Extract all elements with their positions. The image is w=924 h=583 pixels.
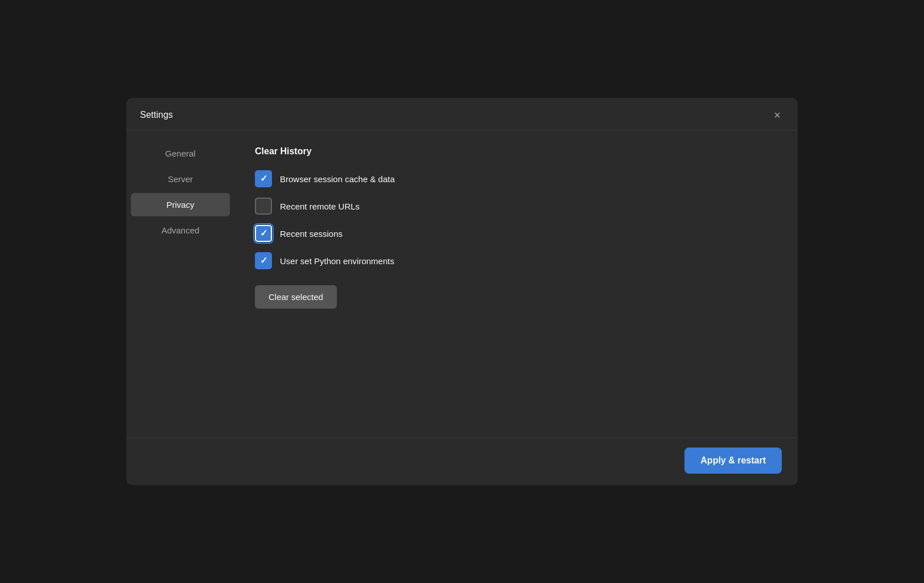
checkbox-browser-cache[interactable]: ✓ bbox=[255, 170, 272, 187]
checkbox-label-browser-cache: Browser session cache & data bbox=[280, 174, 395, 184]
checkmark-icon-python: ✓ bbox=[260, 256, 267, 265]
dialog-title: Settings bbox=[140, 110, 173, 120]
checkbox-row-python-envs: ✓ User set Python environments bbox=[255, 252, 777, 269]
sidebar-item-privacy[interactable]: Privacy bbox=[131, 193, 230, 216]
checkbox-label-python-envs: User set Python environments bbox=[280, 256, 394, 266]
checkmark-icon-sessions: ✓ bbox=[260, 229, 267, 238]
checkbox-recent-sessions[interactable]: ✓ bbox=[255, 225, 272, 242]
checkbox-row-browser-cache: ✓ Browser session cache & data bbox=[255, 170, 777, 187]
checkbox-label-remote-urls: Recent remote URLs bbox=[280, 202, 360, 211]
close-button[interactable]: × bbox=[770, 108, 784, 122]
section-title: Clear History bbox=[255, 146, 777, 157]
checkmark-icon: ✓ bbox=[260, 174, 267, 183]
checkbox-remote-urls[interactable] bbox=[255, 198, 272, 215]
sidebar-item-general[interactable]: General bbox=[131, 142, 230, 165]
footer: Apply & restart bbox=[126, 438, 798, 485]
checkbox-label-recent-sessions: Recent sessions bbox=[280, 229, 343, 239]
checkbox-row-recent-sessions: ✓ Recent sessions bbox=[255, 225, 777, 242]
content-area: General Server Privacy Advanced Clear Hi… bbox=[126, 130, 798, 438]
sidebar: General Server Privacy Advanced bbox=[126, 130, 234, 438]
clear-selected-button[interactable]: Clear selected bbox=[255, 285, 337, 309]
title-bar: Settings × bbox=[126, 98, 798, 130]
checkbox-row-remote-urls: Recent remote URLs bbox=[255, 198, 777, 215]
sidebar-item-server[interactable]: Server bbox=[131, 167, 230, 191]
settings-dialog: Settings × General Server Privacy Advanc… bbox=[126, 98, 798, 485]
sidebar-item-advanced[interactable]: Advanced bbox=[131, 219, 230, 242]
apply-restart-button[interactable]: Apply & restart bbox=[684, 447, 782, 474]
main-panel: Clear History ✓ Browser session cache & … bbox=[234, 130, 798, 438]
checkbox-python-envs[interactable]: ✓ bbox=[255, 252, 272, 269]
